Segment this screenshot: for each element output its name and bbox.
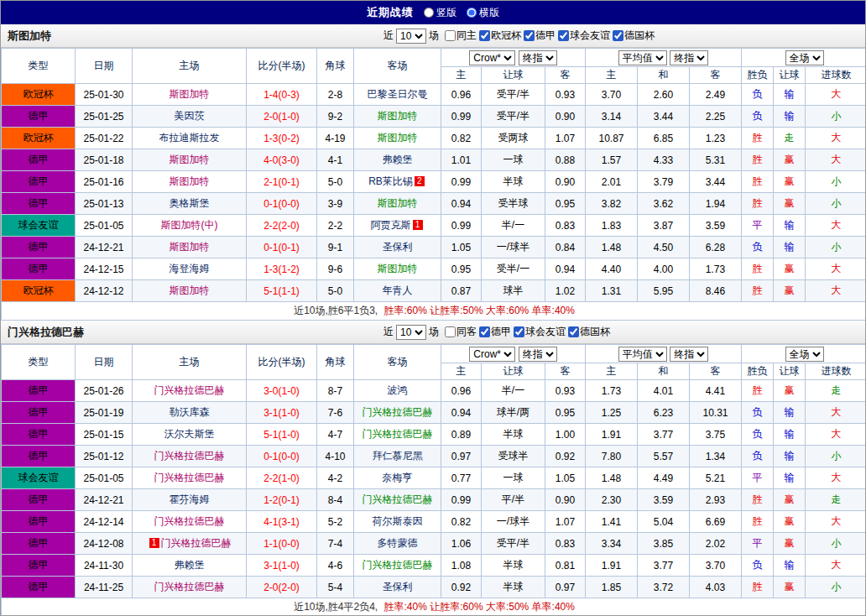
handicap-result-cell: 输 <box>774 215 806 237</box>
handicap-home-odds-cell: 0.77 <box>441 467 482 489</box>
handicap-cell: 半/一 <box>482 380 545 402</box>
home-team-cell: 沃尔夫斯堡 <box>133 424 247 446</box>
handicap-cell: 受半球 <box>482 193 545 215</box>
layout-option-horizontal[interactable]: 横版 <box>467 6 499 20</box>
avg-draw-odds-cell: 3.87 <box>638 215 690 237</box>
filter-checkbox[interactable] <box>568 326 579 337</box>
date-cell: 24-12-12 <box>76 280 133 302</box>
goals-result-cell: 大 <box>806 128 866 149</box>
home-team-name: 斯图加特 <box>170 175 210 187</box>
col-away: 客场 <box>354 49 441 84</box>
summary-row: 近10场,胜4平2负4, 胜率:40% 让胜率:60% 大率:50% 单率:40… <box>2 598 866 616</box>
home-team-name: 勒沃库森 <box>170 406 210 418</box>
match-row: 球会友谊25-01-05斯图加特(中)2-2(2-0)2-2阿贾克斯10.99半… <box>2 215 866 237</box>
filter-checkbox[interactable] <box>613 30 623 41</box>
col-corner: 角球 <box>317 345 354 380</box>
filter-option[interactable]: 德甲 <box>524 29 556 43</box>
filter-checkbox[interactable] <box>514 326 524 337</box>
away-team-cell: 巴黎圣日尔曼 <box>354 84 441 106</box>
home-team-name: 门兴格拉德巴赫 <box>154 450 225 462</box>
filter-option[interactable]: 欧冠杯 <box>479 29 521 43</box>
away-team-cell: 圣保利 <box>354 237 441 258</box>
home-team-name: 海登海姆 <box>170 263 210 274</box>
away-team-name: 奈梅亨 <box>383 472 413 483</box>
competition-cell: 德甲 <box>2 577 76 598</box>
filter-option[interactable]: 德国杯 <box>613 29 655 43</box>
subcol-avg-draw: 和 <box>638 67 690 84</box>
handicap-home-odds-cell: 0.99 <box>441 215 482 237</box>
handicap-home-odds-cell: 0.82 <box>441 511 482 533</box>
filter-option[interactable]: 球会友谊 <box>514 325 566 339</box>
handicap-home-odds-cell: 1.05 <box>441 237 482 258</box>
date-cell: 24-12-14 <box>76 511 133 533</box>
handicap-result-cell: 输 <box>774 84 806 106</box>
avg-draw-odds-cell: 5.04 <box>638 511 690 533</box>
date-cell: 25-01-22 <box>76 128 133 149</box>
filter-option-label: 同主 <box>456 29 477 43</box>
away-team-name: 阿贾克斯 <box>371 219 411 231</box>
away-team-name: 门兴格拉德巴赫 <box>363 406 433 418</box>
home-team-cell: 门兴格拉德巴赫 <box>133 577 247 598</box>
handicap-cell: 受两球 <box>482 128 545 149</box>
home-team-cell: 斯图加特 <box>133 237 247 258</box>
avg-select[interactable]: 平均值 <box>618 347 667 362</box>
filter-option[interactable]: 同主 <box>445 29 477 43</box>
handicap-cell: 平/半 <box>482 489 545 511</box>
corner-cell: 9-1 <box>317 237 354 258</box>
col-date: 日期 <box>76 345 133 380</box>
filter-option[interactable]: 德甲 <box>479 325 511 339</box>
subcol-goals-result: 进球数 <box>806 67 866 84</box>
near-label: 近 <box>383 29 394 43</box>
away-team-name: 荷尔斯泰因 <box>373 515 423 527</box>
handicap-home-odds-cell: 1.01 <box>441 149 482 171</box>
match-count-select[interactable]: 10 <box>396 325 426 340</box>
avg-odds-stage-select[interactable]: 终指 <box>670 347 708 362</box>
avg-home-odds-cell: 1.85 <box>586 577 638 598</box>
result-cell: 平 <box>742 467 774 489</box>
subcol-avg-draw: 和 <box>638 363 690 380</box>
filter-bar: 近 10 场 同主欧冠杯德甲球会友谊德国杯 <box>383 24 657 47</box>
bookmaker-select[interactable]: Crow* <box>469 347 515 362</box>
filter-option[interactable]: 同客 <box>445 325 477 339</box>
layout-option-vertical[interactable]: 竖版 <box>424 6 456 20</box>
scope-select[interactable]: 全场 <box>785 50 824 65</box>
filter-checkbox[interactable] <box>524 30 535 41</box>
result-cell: 胜 <box>742 128 774 149</box>
avg-odds-group: 平均值 终指 <box>586 345 742 363</box>
match-row: 德甲25-01-15沃尔夫斯堡5-1(1-0)4-7门兴格拉德巴赫0.89半球1… <box>2 424 866 446</box>
filter-option[interactable]: 球会友谊 <box>558 29 610 43</box>
handicap-home-odds-cell: 1.08 <box>441 555 482 577</box>
filter-checkbox[interactable] <box>445 30 456 41</box>
match-rows: 德甲25-01-26门兴格拉德巴赫3-0(1-0)8-7波鸿0.96半/一0.9… <box>2 380 866 598</box>
date-cell: 25-01-26 <box>76 380 133 402</box>
corner-cell: 3-9 <box>317 193 354 215</box>
score-cell: 1-2(0-1) <box>247 489 317 511</box>
handicap-odds-stage-select[interactable]: 终指 <box>519 347 557 362</box>
horizontal-layout-radio[interactable] <box>467 8 477 18</box>
handicap-odds-stage-select[interactable]: 终指 <box>519 50 557 65</box>
avg-home-odds-cell: 1.57 <box>586 149 638 171</box>
avg-home-odds-cell: 1.41 <box>586 511 638 533</box>
home-team-cell: 美因茨 <box>133 106 247 128</box>
avg-away-odds-cell: 1.73 <box>690 258 742 280</box>
match-row: 德甲24-11-25门兴格拉德巴赫2-0(2-0)5-4圣保利0.92半球0.9… <box>2 577 866 598</box>
avg-select[interactable]: 平均值 <box>618 50 667 65</box>
filter-checkbox[interactable] <box>445 326 456 337</box>
vertical-layout-radio[interactable] <box>424 8 434 18</box>
score-cell: 2-2(2-0) <box>247 215 317 237</box>
filter-checkbox[interactable] <box>479 326 490 337</box>
bookmaker-select[interactable]: Crow* <box>469 50 515 65</box>
competition-cell: 德甲 <box>2 511 76 533</box>
goals-result-cell: 大 <box>806 467 866 489</box>
handicap-home-odds-cell: 0.96 <box>441 84 482 106</box>
match-count-select[interactable]: 10 <box>396 29 426 44</box>
topbar: 近期战绩 竖版 横版 <box>1 1 865 24</box>
filter-checkbox[interactable] <box>479 30 490 41</box>
avg-odds-stage-select[interactable]: 终指 <box>670 50 708 65</box>
filter-checkbox[interactable] <box>558 30 569 41</box>
handicap-away-odds-cell: 1.05 <box>545 467 586 489</box>
score-cell: 2-0(2-0) <box>247 577 317 598</box>
home-team-cell: 门兴格拉德巴赫 <box>133 467 247 489</box>
scope-select[interactable]: 全场 <box>785 347 824 362</box>
filter-option[interactable]: 德国杯 <box>568 325 610 339</box>
